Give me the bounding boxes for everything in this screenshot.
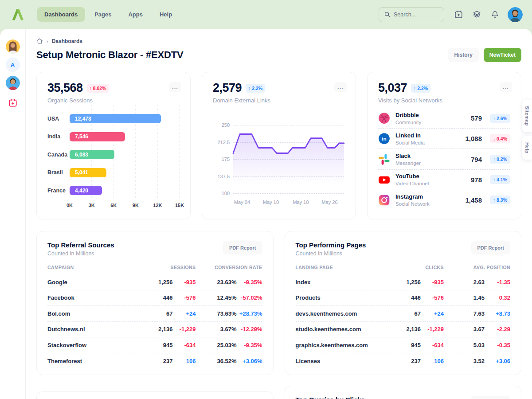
table-header: CAMPAIGN SESSIONS CONVERSION RATE bbox=[47, 262, 262, 274]
position-value: 3.67 bbox=[444, 326, 485, 332]
pdf-report-button[interactable]: PDF Report bbox=[471, 396, 511, 399]
position-delta: -1.35 bbox=[485, 279, 510, 286]
breadcrumb-item[interactable]: Dashboards bbox=[52, 38, 82, 44]
sessions-delta: 106 bbox=[173, 358, 196, 364]
stat-delta-badge: ↑ 8.02% bbox=[87, 84, 109, 93]
card-subtitle: Counted in Millions bbox=[296, 250, 366, 257]
table-row: Facebook 446 -576 12.45% -57.02% bbox=[47, 290, 262, 306]
rail-calendar-add-button[interactable] bbox=[8, 98, 18, 108]
top-queries-card: Top Queries by Clicks PDF Report bbox=[285, 386, 522, 399]
metronic-logo-icon[interactable] bbox=[9, 7, 27, 22]
header-actions: History NewTicket bbox=[448, 48, 521, 62]
clicks-value: 1,256 bbox=[394, 279, 421, 286]
gridline bbox=[233, 193, 344, 194]
clicks-value: 237 bbox=[394, 358, 421, 364]
svg-text:in: in bbox=[382, 136, 386, 142]
rail-avatar-woman[interactable] bbox=[6, 39, 20, 54]
bar-category-label: France bbox=[47, 188, 70, 194]
y-axis-tick: 250 bbox=[213, 122, 230, 128]
side-tabs: Sitemap Help bbox=[522, 100, 532, 160]
card-subtitle: Counted in Millions bbox=[47, 250, 114, 257]
sessions-delta: -576 bbox=[173, 294, 196, 301]
help-tab[interactable]: Help bbox=[522, 136, 532, 160]
search-input[interactable] bbox=[394, 12, 438, 18]
bar-row: France 4,420 bbox=[47, 182, 180, 200]
list-item: in Linked In Social Media 1,088 ↓ 0.4% bbox=[378, 129, 510, 149]
card-menu-button[interactable]: ... bbox=[500, 82, 512, 92]
stat-label: Domain External Links bbox=[213, 97, 345, 104]
menu-item-pages[interactable]: Pages bbox=[87, 7, 119, 22]
stat-label: Organic Sessions bbox=[47, 97, 180, 104]
table-row: studio.keenthemes.com 2,136 -1,229 3.67 … bbox=[296, 322, 511, 338]
top-referral-sources-card: Top Referral Sources Counted in Millions… bbox=[36, 231, 274, 375]
new-ticket-button[interactable]: NewTicket bbox=[484, 48, 521, 62]
landing-page-name: Products bbox=[296, 294, 395, 301]
network-name: YouTube bbox=[395, 173, 466, 180]
campaign-name: Bol.com bbox=[47, 310, 146, 317]
top-performing-pages-card: Top Performing Pages Counted in Millions… bbox=[285, 231, 522, 375]
network-value: 794 bbox=[471, 156, 482, 163]
x-axis-tick: 9K bbox=[133, 203, 139, 208]
position-value: 7.63 bbox=[444, 310, 485, 317]
rail-avatar-man[interactable] bbox=[6, 76, 20, 90]
conversion-delta: -12.29% bbox=[237, 326, 262, 332]
conversion-value: 3.67% bbox=[196, 326, 237, 332]
calendar-add-button[interactable] bbox=[451, 7, 466, 22]
bell-icon bbox=[490, 10, 500, 19]
menu-item-help[interactable]: Help bbox=[152, 7, 180, 22]
user-avatar[interactable] bbox=[508, 7, 523, 22]
conversion-value: 25.03% bbox=[196, 342, 237, 348]
rail-avatar-letter-a[interactable]: A bbox=[6, 58, 20, 72]
social-networks-list: Dribbble Community 579 ↑ 2.6% in Linked … bbox=[378, 108, 510, 210]
table-row: devs.keenthemes.com 67 +24 7.63 +8.73 bbox=[296, 306, 511, 322]
pdf-report-button[interactable]: PDF Report bbox=[471, 241, 511, 254]
clicks-delta: +24 bbox=[421, 310, 444, 317]
woman-avatar-image bbox=[6, 39, 20, 54]
table-row: Index 1,256 -935 2.63 -1.35 bbox=[296, 274, 511, 290]
card-title: Top Queries by Clicks bbox=[296, 396, 365, 399]
network-delta-badge: ↓ 0.4% bbox=[490, 134, 510, 143]
page-title: Setup Metronic Blazor - #EXDTV bbox=[36, 49, 183, 61]
notifications-button[interactable] bbox=[487, 7, 502, 22]
conversion-delta: +28.73% bbox=[237, 310, 262, 317]
pdf-report-button[interactable]: PDF Report bbox=[223, 241, 262, 254]
sessions-delta: -1,229 bbox=[173, 326, 196, 332]
breadcrumb: › Dashboards bbox=[36, 38, 521, 44]
sessions-delta: +24 bbox=[173, 310, 196, 317]
table-row: Products 446 -576 1.45 0.32 bbox=[296, 290, 511, 306]
stat-value: 35,568 bbox=[47, 81, 83, 95]
table-row: Dutchnews.nl 2,136 -1,229 3.67% -12.29% bbox=[47, 322, 262, 338]
bar-row: India 7,546 bbox=[47, 128, 180, 146]
stat-delta-badge: ↑ 2.2% bbox=[246, 84, 265, 93]
menu-item-apps[interactable]: Apps bbox=[121, 7, 150, 22]
table-row: Themeforest 237 106 36.52% +3.06% bbox=[47, 353, 262, 369]
pages-table: LANDING PAGE CLICKS AVG. POSITION Index … bbox=[296, 262, 511, 369]
network-value: 1,458 bbox=[465, 196, 482, 204]
apps-layers-button[interactable] bbox=[469, 7, 484, 22]
bar-row: Brasil 5,041 bbox=[47, 164, 180, 182]
card-menu-button[interactable]: ... bbox=[169, 82, 181, 92]
bar-category-label: Canada bbox=[47, 152, 70, 158]
card-title: Top Performing Pages bbox=[296, 241, 366, 249]
card-title: Top Referral Sources bbox=[47, 241, 114, 249]
table-row: Stackoverflow 945 -634 25.03% -9.35% bbox=[47, 337, 262, 353]
sitemap-tab[interactable]: Sitemap bbox=[522, 100, 532, 132]
search-box[interactable] bbox=[379, 7, 444, 22]
sessions-delta: -634 bbox=[173, 342, 196, 348]
conversion-delta: +3.06% bbox=[237, 358, 262, 364]
home-icon[interactable] bbox=[36, 38, 43, 44]
sessions-value: 67 bbox=[146, 310, 173, 317]
top-navbar: Dashboards Pages Apps Help bbox=[0, 0, 532, 29]
sessions-value: 1,256 bbox=[146, 279, 173, 286]
history-button[interactable]: History bbox=[448, 48, 479, 62]
card-menu-button[interactable]: ... bbox=[334, 82, 347, 92]
table-row: Bol.com 67 +24 73.63% +28.73% bbox=[47, 306, 262, 322]
line-chart-svg bbox=[233, 125, 344, 193]
menu-item-dashboards[interactable]: Dashboards bbox=[37, 7, 85, 22]
page-header: Setup Metronic Blazor - #EXDTV History N… bbox=[36, 48, 521, 62]
y-axis-tick: 175 bbox=[213, 156, 230, 162]
bar-category-label: USA bbox=[47, 116, 70, 122]
network-category: Messanger bbox=[395, 160, 466, 166]
network-delta-badge: ↑ 2.6% bbox=[490, 114, 510, 123]
list-item: Instagram Social Network 1,458 ↑ 8.3% bbox=[378, 190, 510, 210]
